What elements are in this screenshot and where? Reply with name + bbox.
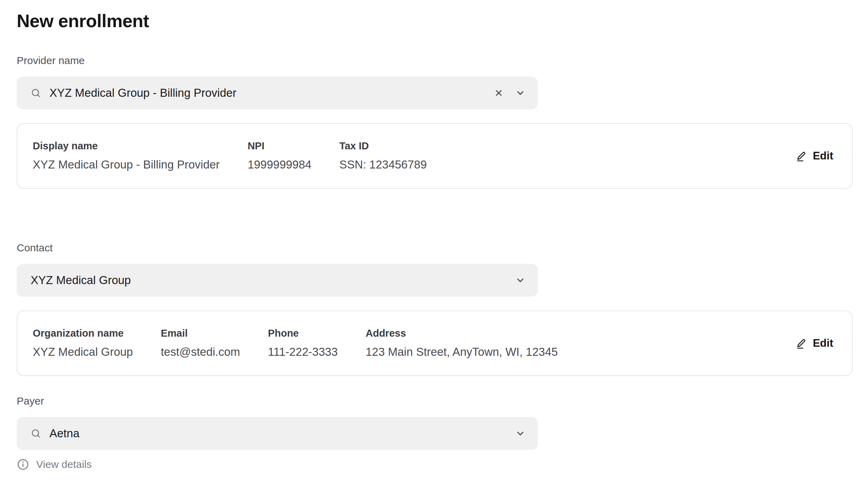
contact-selected-value: XYZ Medical Group <box>31 274 506 287</box>
chevron-down-icon[interactable] <box>515 275 526 286</box>
field-value: 1999999984 <box>247 157 311 173</box>
contact-dropdown[interactable]: XYZ Medical Group <box>17 264 538 297</box>
chevron-down-icon[interactable] <box>515 87 526 99</box>
provider-tax-id-field: Tax ID SSN: 123456789 <box>339 139 427 173</box>
field-label: Tax ID <box>339 139 427 152</box>
search-icon <box>31 88 41 98</box>
field-value: 111-222-3333 <box>268 344 338 360</box>
provider-name-label: Provider name <box>17 54 851 68</box>
contact-details-card: Organization name XYZ Medical Group Emai… <box>17 311 853 376</box>
field-value: SSN: 123456789 <box>339 157 427 173</box>
field-label: Email <box>161 327 240 340</box>
field-label: Organization name <box>33 327 133 340</box>
provider-input[interactable] <box>49 86 485 100</box>
search-icon <box>31 428 41 439</box>
payer-input[interactable] <box>49 427 506 440</box>
view-details-label: View details <box>36 458 92 470</box>
info-icon <box>17 458 29 471</box>
edit-contact-button[interactable]: Edit <box>796 337 833 350</box>
contact-label: Contact <box>17 241 851 255</box>
field-label: Address <box>365 327 558 340</box>
chevron-down-icon[interactable] <box>515 428 526 439</box>
contact-field-controls <box>515 275 526 286</box>
pencil-icon <box>796 150 807 162</box>
field-label: Display name <box>33 139 220 152</box>
provider-field-controls <box>493 87 526 99</box>
field-value: XYZ Medical Group <box>33 344 133 360</box>
provider-combobox[interactable] <box>17 77 538 109</box>
contact-address-field: Address 123 Main Street, AnyTown, WI, 12… <box>365 327 558 360</box>
provider-display-name-field: Display name XYZ Medical Group - Billing… <box>33 139 220 173</box>
edit-provider-button[interactable]: Edit <box>796 150 833 162</box>
field-value: test@stedi.com <box>161 344 240 360</box>
payer-field-controls <box>515 428 526 439</box>
contact-email-field: Email test@stedi.com <box>161 327 240 360</box>
edit-button-label: Edit <box>813 337 833 350</box>
contact-phone-field: Phone 111-222-3333 <box>268 327 338 360</box>
view-details-button[interactable]: View details <box>17 458 92 471</box>
payer-label: Payer <box>17 394 851 408</box>
field-label: Phone <box>268 327 338 340</box>
field-value: 123 Main Street, AnyTown, WI, 12345 <box>365 344 558 360</box>
page-title: New enrollment <box>17 10 851 31</box>
new-enrollment-page: New enrollment Provider name <box>0 0 868 471</box>
pencil-icon <box>796 338 807 349</box>
contact-organization-field: Organization name XYZ Medical Group <box>33 327 133 360</box>
provider-details-card: Display name XYZ Medical Group - Billing… <box>17 123 853 189</box>
clear-icon[interactable] <box>493 87 504 99</box>
edit-button-label: Edit <box>813 150 833 162</box>
payer-combobox[interactable] <box>17 417 538 450</box>
field-label: NPI <box>247 139 311 152</box>
provider-npi-field: NPI 1999999984 <box>247 139 311 173</box>
field-value: XYZ Medical Group - Billing Provider <box>33 157 220 173</box>
